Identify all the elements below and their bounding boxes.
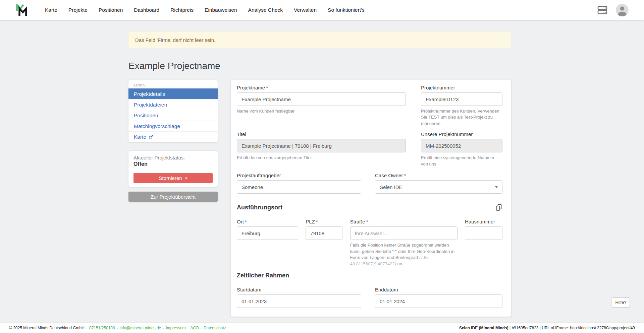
page-title: Example Projectname <box>128 61 511 71</box>
footer-link-phone[interactable]: 07151/250100 <box>89 326 115 330</box>
footer-link-impressum[interactable]: Impressum <box>166 326 185 330</box>
case-owner-selected-value: Selen IDE <box>380 184 402 190</box>
section-divider <box>237 214 502 214</box>
sidebar-item-positionen[interactable]: Positionen <box>128 110 218 121</box>
sidebar-item-matchingvorschlaege[interactable]: Matchingvorschläge <box>128 121 218 131</box>
form-row-2: Titel Erhält den von uns vorgegebenen Ti… <box>237 131 502 167</box>
nav-item-karte[interactable]: Karte <box>45 7 57 13</box>
hausnummer-field: Hausnummer <box>465 219 502 267</box>
footer-left: © 2025 Mineral Minds Deutschland GmbH · … <box>9 326 226 330</box>
sidebar-item-label: Projektdetails <box>134 91 165 97</box>
enddatum-label: Enddatum <box>375 287 502 292</box>
nav-item-analyse-check[interactable]: Analyse Check <box>248 7 283 13</box>
user-avatar-icon[interactable] <box>616 4 629 16</box>
projektnummer-input[interactable] <box>421 92 502 106</box>
logo-icon <box>15 3 28 17</box>
ort-label: Ort* <box>237 219 298 224</box>
sidebar-item-label: Karte <box>134 134 146 140</box>
projektnummer-label: Projektnummer <box>421 85 502 90</box>
footer-instance-name: Selen IDE (Mineral Minds) <box>459 326 508 330</box>
footer-instance-details: | b91695ed7623 | URL of iFrame: http://l… <box>508 326 635 330</box>
nav-item-projekte[interactable]: Projekte <box>68 7 88 13</box>
projektname-input[interactable] <box>237 92 406 106</box>
strasse-label: Straße* <box>350 219 458 224</box>
right-column: Projektname* Name vom Kunden festlegbar … <box>231 80 511 317</box>
enddatum-field: Enddatum <box>375 287 502 308</box>
zeitlicher-rahmen-title: Zeitlicher Rahmen <box>237 272 289 279</box>
required-asterisk: * <box>404 173 406 178</box>
strasse-input[interactable] <box>350 226 458 240</box>
unsere-projektnummer-help: Erhält eine systemgenerierte Nummer von … <box>421 155 502 167</box>
startdatum-field: Startdatum <box>237 287 361 308</box>
navbar-right <box>597 4 629 16</box>
footer: © 2025 Mineral Minds Deutschland GmbH · … <box>0 322 644 333</box>
links-card: LINKS Projektdetails Projektdateien Posi… <box>128 80 218 142</box>
hausnummer-label: Hausnummer <box>465 219 502 224</box>
mineral-minds-logo[interactable] <box>15 3 28 17</box>
hausnummer-input[interactable] <box>465 226 502 240</box>
ausfuehrungsort-title: Ausführungsort <box>237 204 282 211</box>
projektauftraggeber-input[interactable] <box>237 180 361 194</box>
startdatum-input[interactable] <box>237 294 361 308</box>
form-row-1: Projektname* Name vom Kunden festlegbar … <box>237 85 502 127</box>
enddatum-input[interactable] <box>375 294 502 308</box>
validation-alert: Das Feld 'Firma' darf nicht leer sein. <box>128 31 511 48</box>
nav-item-so-funktionierts[interactable]: So funktioniert's <box>328 7 365 13</box>
required-asterisk: * <box>245 219 247 224</box>
titel-label: Titel <box>237 131 406 137</box>
ausfuehrungsort-section-header: Ausführungsort <box>237 204 502 211</box>
sidebar-item-label: Matchingvorschläge <box>134 123 180 129</box>
nav-item-verwalten[interactable]: Verwalten <box>294 7 317 13</box>
form-row-3: Projektauftraggeber Case Owner* Selen ID… <box>237 173 502 194</box>
nav-item-einbauweisen[interactable]: Einbauweisen <box>205 7 237 13</box>
hilfe-button[interactable]: Hilfe? <box>612 297 630 307</box>
titel-help: Erhält den von uns vorgegebenen Titel. <box>237 155 406 161</box>
footer-link-datenschutz[interactable]: Datenschutz <box>204 326 226 330</box>
plz-label: PLZ* <box>306 219 342 224</box>
zeitlicher-rahmen-section-header: Zeitlicher Rahmen <box>237 272 502 279</box>
section-divider <box>237 282 502 282</box>
projektname-label: Projektname* <box>237 85 406 90</box>
plz-field: PLZ* <box>306 219 342 267</box>
plz-input[interactable] <box>306 226 342 240</box>
ort-input[interactable] <box>237 226 298 240</box>
footer-link-agb[interactable]: AGB <box>191 326 199 330</box>
copy-icon[interactable] <box>495 204 502 211</box>
sidebar-item-label: Positionen <box>134 112 158 119</box>
sidebar-item-projektdateien[interactable]: Projektdateien <box>128 99 218 110</box>
case-owner-field: Case Owner* Selen IDE <box>375 173 502 194</box>
unsere-projektnummer-label: Unsere Projektnummer <box>421 131 502 137</box>
top-navbar: Karte Projekte Positionen Dashboard Rich… <box>0 0 644 20</box>
footer-right: Selen IDE (Mineral Minds) | b91695ed7623… <box>459 326 635 330</box>
status-value: Offen <box>133 161 213 167</box>
alert-message: Das Feld 'Firma' darf nicht leer sein. <box>135 37 215 43</box>
main-nav: Karte Projekte Positionen Dashboard Rich… <box>45 7 365 13</box>
strasse-field: Straße* Falls die Position keiner Straße… <box>350 219 458 267</box>
dates-row: Startdatum Enddatum <box>237 287 502 308</box>
case-owner-select[interactable]: Selen IDE <box>375 180 502 194</box>
sidebar-item-projektdetails[interactable]: Projektdetails <box>128 88 218 99</box>
required-asterisk: * <box>316 219 318 224</box>
required-asterisk: * <box>266 85 268 90</box>
zur-projektuebersicht-button[interactable]: Zur Projektübersicht <box>128 192 218 202</box>
ort-field: Ort* <box>237 219 298 267</box>
sidebar-item-karte[interactable]: Karte <box>128 131 218 142</box>
titel-input <box>237 139 406 152</box>
links-header: LINKS <box>128 80 218 88</box>
strasse-help: Falls die Position keiner Straße zugeord… <box>350 242 458 267</box>
status-divider <box>133 170 213 170</box>
title-divider <box>128 75 511 75</box>
chevron-down-icon <box>185 178 187 181</box>
content-columns: LINKS Projektdetails Projektdateien Posi… <box>128 80 511 317</box>
nav-item-positionen[interactable]: Positionen <box>99 7 123 13</box>
unsere-projektnummer-input <box>421 139 502 152</box>
startdatum-label: Startdatum <box>237 287 361 292</box>
projektauftraggeber-field: Projektauftraggeber <box>237 173 361 194</box>
nav-item-dashboard[interactable]: Dashboard <box>134 7 159 13</box>
footer-link-email[interactable]: info@mineral-minds.de <box>120 326 161 330</box>
stornieren-button[interactable]: Stornieren <box>133 173 213 183</box>
left-column: LINKS Projektdetails Projektdateien Posi… <box>128 80 218 202</box>
main-container: Das Feld 'Firma' darf nicht leer sein. E… <box>128 20 511 317</box>
server-icon[interactable] <box>597 5 608 15</box>
nav-item-richtpreis[interactable]: Richtpreis <box>170 7 194 13</box>
